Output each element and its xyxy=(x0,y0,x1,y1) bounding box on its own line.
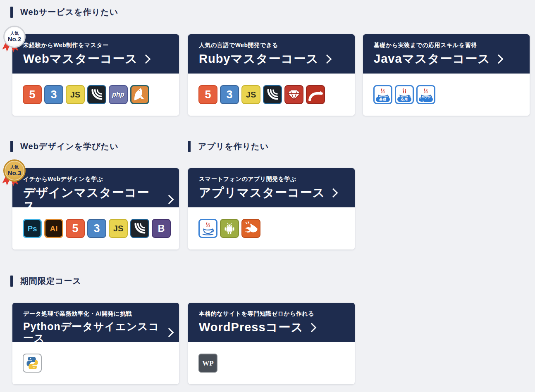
card-header: 人気の言語でWeb開発できる Rubyマスターコース xyxy=(188,34,355,74)
css3-icon: 3 xyxy=(87,219,106,238)
tech-icon-list: 基礎応用サーブレット xyxy=(363,74,530,116)
card-title: アプリマスターコース xyxy=(199,186,348,200)
card-subtitle: イチからWebデザインを学ぶ xyxy=(23,176,172,183)
card-header: スマートフォンのアプリ開発を学ぶ アプリマスターコース xyxy=(188,168,355,207)
tech-icon-list: PsAi53JSB xyxy=(12,207,179,249)
section-title: アプリを作りたい xyxy=(198,141,269,152)
js-icon: JS xyxy=(66,85,85,104)
card-subtitle: データ処理で業務効率化・AI開発に挑戦 xyxy=(23,310,172,318)
popularity-badge: 人気 No.3 xyxy=(3,159,26,182)
tech-icon-list xyxy=(188,207,355,249)
java-icon-label: 基礎 xyxy=(376,97,390,102)
html5-icon: 5 xyxy=(23,85,42,104)
section-title: Webデザインを学びたい xyxy=(20,141,119,152)
section-bar-icon xyxy=(188,141,191,152)
card-ruby-master-course[interactable]: 人気の言語でWeb開発できる Rubyマスターコース 53JS xyxy=(188,34,355,116)
chevron-right-icon xyxy=(165,195,174,204)
card-title-text: WordPressコース xyxy=(199,321,303,334)
tech-icon-list: 53JS xyxy=(188,74,355,116)
python-icon xyxy=(23,354,42,373)
card-title-text: Webマスターコース xyxy=(23,52,138,66)
android-icon xyxy=(220,219,239,238)
jquery-icon xyxy=(130,219,149,238)
php-icon: php xyxy=(109,85,128,104)
card-title: Webマスターコース xyxy=(23,52,172,66)
mysql-icon xyxy=(130,85,149,104)
card-title: デザインマスターコース xyxy=(23,186,172,213)
chevron-right-icon xyxy=(329,188,338,198)
ai-icon: Ai xyxy=(44,219,63,238)
java-icon xyxy=(198,219,217,238)
card-title-text: Pythonデータサイエンスコース xyxy=(23,321,161,344)
card-title-text: アプリマスターコース xyxy=(199,186,325,200)
card-header: 本格的なサイトを専門知識ゼロから作れる WordPressコース xyxy=(188,303,355,342)
card-header: 基礎から実装までの応用スキルを習得 Javaマスターコース xyxy=(363,34,530,74)
section-header-web-design: Webデザインを学びたい xyxy=(10,140,119,152)
java-icon-label: 応用 xyxy=(397,97,411,102)
popularity-badge: 人気 No.2 xyxy=(3,26,26,48)
card-title-text: Javaマスターコース xyxy=(374,52,490,66)
card-subtitle: 本格的なサイトを専門知識ゼロから作れる xyxy=(199,310,348,318)
java-icon: 基礎 xyxy=(373,85,392,104)
card-header: 未経験からWeb制作をマスター Webマスターコース xyxy=(12,34,179,74)
card-title: Javaマスターコース xyxy=(374,52,523,66)
card-header: イチからWebデザインを学ぶ デザインマスターコース xyxy=(12,168,179,207)
section-bar-icon xyxy=(10,7,13,18)
medal-icon: 人気 No.3 xyxy=(3,159,26,182)
section-header-apps: アプリを作りたい xyxy=(188,140,269,152)
chevron-right-icon xyxy=(322,55,332,64)
card-java-master-course[interactable]: 基礎から実装までの応用スキルを習得 Javaマスターコース 基礎応用サーブレット xyxy=(363,34,530,116)
card-app-master-course[interactable]: スマートフォンのアプリ開発を学ぶ アプリマスターコース xyxy=(188,168,355,249)
chevron-right-icon xyxy=(494,55,504,64)
card-title: Rubyマスターコース xyxy=(199,52,348,66)
section-title: Webサービスを作りたい xyxy=(20,7,118,18)
java-icon-label: サーブレット xyxy=(419,97,433,102)
js-icon: JS xyxy=(109,219,128,238)
card-web-master-course[interactable]: 人気 No.2 未経験からWeb制作をマスター Webマスターコース 53JSp… xyxy=(12,34,179,116)
bootstrap-icon: B xyxy=(152,219,171,238)
section-header-limited: 期間限定コース xyxy=(10,275,81,287)
section-bar-icon xyxy=(10,141,13,152)
medal-icon: 人気 No.2 xyxy=(3,26,26,48)
card-header: データ処理で業務効率化・AI開発に挑戦 Pythonデータサイエンスコース xyxy=(12,303,179,342)
html5-icon: 5 xyxy=(198,85,217,104)
card-subtitle: 基礎から実装までの応用スキルを習得 xyxy=(374,42,523,49)
card-subtitle: 人気の言語でWeb開発できる xyxy=(199,42,348,49)
section-bar-icon xyxy=(10,276,13,287)
chevron-right-icon xyxy=(307,323,317,333)
chevron-right-icon xyxy=(141,55,151,64)
java-icon: 応用 xyxy=(395,85,414,104)
css3-icon: 3 xyxy=(220,85,239,104)
card-title-text: Rubyマスターコース xyxy=(199,52,319,66)
tech-icon-list: 53JSphp xyxy=(12,74,179,116)
html5-icon: 5 xyxy=(66,219,85,238)
card-subtitle: スマートフォンのアプリ開発を学ぶ xyxy=(199,176,348,183)
card-subtitle: 未経験からWeb制作をマスター xyxy=(23,42,172,49)
tech-icon-list xyxy=(12,342,179,384)
section-title: 期間限定コース xyxy=(20,276,81,287)
badge-rank: No.3 xyxy=(8,170,21,177)
css3-icon: 3 xyxy=(44,85,63,104)
tech-icon-list: WP xyxy=(188,342,355,384)
card-title-text: デザインマスターコース xyxy=(23,186,161,213)
badge-label: 人気 xyxy=(10,31,19,36)
ruby-icon xyxy=(284,85,303,104)
jquery-icon xyxy=(263,85,282,104)
js-icon: JS xyxy=(241,85,260,104)
wp-icon: WP xyxy=(198,354,217,373)
card-title: WordPressコース xyxy=(199,321,348,334)
section-header-web-services: Webサービスを作りたい xyxy=(10,6,118,18)
badge-rank: No.2 xyxy=(8,36,21,43)
card-title: Pythonデータサイエンスコース xyxy=(23,321,172,344)
card-wordpress-course[interactable]: 本格的なサイトを専門知識ゼロから作れる WordPressコース WP xyxy=(188,303,355,384)
badge-label: 人気 xyxy=(10,165,19,170)
card-design-master-course[interactable]: 人気 No.3 イチからWebデザインを学ぶ デザインマスターコース PsAi5… xyxy=(12,168,179,249)
rails-icon xyxy=(306,85,325,104)
jquery-icon xyxy=(87,85,106,104)
card-python-data-science-course[interactable]: データ処理で業務効率化・AI開発に挑戦 Pythonデータサイエンスコース xyxy=(12,303,179,384)
chevron-right-icon xyxy=(165,328,174,337)
swift-icon xyxy=(241,219,260,238)
java-icon: サーブレット xyxy=(416,85,435,104)
ps-icon: Ps xyxy=(23,219,42,238)
